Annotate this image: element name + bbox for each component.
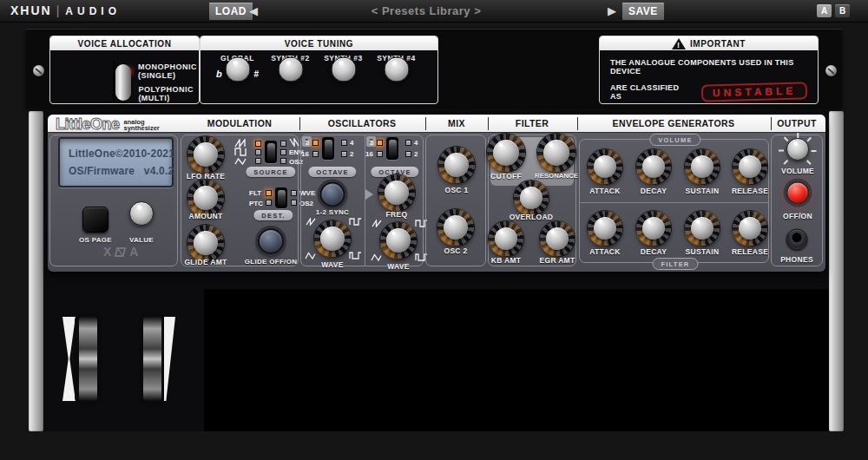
preset-slot-b-button[interactable]: B [835,4,850,17]
white-key[interactable] [773,291,801,431]
output-volume-knob[interactable] [786,138,809,161]
osc1-octave-pill: OCTAVE [308,167,356,177]
wheel-zone [43,272,219,431]
sharp-label: # [253,69,259,79]
egr-amt-knob[interactable] [540,221,575,256]
osc1-wave-label: WAVE [321,260,344,269]
value-label: VALUE [129,236,154,244]
vol-attack-knob[interactable] [588,149,622,184]
osc2-freq-knob[interactable] [378,174,415,211]
dest-led [266,200,272,206]
save-button[interactable]: SAVE [622,3,664,20]
white-key[interactable] [715,291,744,431]
flt-decay-knob[interactable] [636,211,671,246]
white-key[interactable] [289,291,318,431]
white-key[interactable] [800,291,829,431]
load-button[interactable]: LOAD [209,3,253,20]
octave-led [377,151,383,157]
power-button[interactable] [786,181,810,205]
pitch-wheel[interactable] [79,317,97,401]
flt-attack-knob[interactable] [588,211,622,246]
flt-sustain-label: SUSTAIN [686,247,720,256]
voice-rack-unit: VOICE ALLOCATION MONOPHONIC (SINGLE) POL… [26,29,842,108]
mix-osc1-knob[interactable] [438,147,475,183]
sync-button[interactable] [320,182,345,207]
screw-icon [825,65,837,76]
amount-label: AMOUNT [188,212,222,220]
flt-decay-label: DECAY [641,247,667,256]
white-key[interactable] [233,291,261,431]
white-key[interactable] [574,291,602,431]
source-led [280,149,286,155]
kb-amt-knob[interactable] [489,221,523,256]
mono-option: MONOPHONIC (SINGLE) [138,62,199,80]
preset-name[interactable]: < Presets Library > [312,4,540,17]
white-key[interactable] [403,291,431,431]
next-preset-icon[interactable]: ▶ [608,4,616,17]
osc1-wave-knob[interactable] [314,220,351,257]
overload-knob[interactable] [514,181,549,215]
source-switch[interactable] [265,141,277,163]
left-rack-ear [29,111,43,431]
triangle-wave-icon [305,252,316,260]
white-key[interactable] [659,291,687,431]
mod-wheel[interactable] [143,317,161,401]
white-key[interactable] [260,291,289,431]
resonance-knob[interactable] [537,134,575,172]
value-knob[interactable] [129,201,154,226]
octave-16-label: 16 [301,150,309,158]
mod-amount-knob[interactable] [187,180,224,216]
mix-osc1-label: OSC 1 [444,186,468,194]
flt-release-knob[interactable] [733,211,767,246]
sync-label: 1-2 SYNC [316,208,349,216]
control-panel: LittleOne analogsynthesizer MODULATION O… [48,115,825,272]
global-tune-knob[interactable] [225,57,250,82]
header-output: OUTPUT [777,118,817,128]
glide-on-off-button[interactable] [258,228,284,254]
octave-16-label: 16 [365,150,373,158]
synth2-tune-knob[interactable] [278,57,303,82]
white-key[interactable] [744,291,773,431]
white-key[interactable] [346,291,375,431]
os-page-label: OS PAGE [79,236,112,244]
important-title: IMPORTANT [690,39,746,49]
white-key[interactable] [545,291,574,431]
glide-amt-knob[interactable] [187,225,224,261]
synth3-tune-knob[interactable] [331,57,356,82]
voice-allocation-switch[interactable] [113,62,115,103]
dest-switch[interactable] [275,187,287,208]
phones-jack[interactable] [786,229,808,251]
osc1-octave-switch[interactable] [322,137,334,160]
prev-preset-icon[interactable]: ◀ [249,4,258,17]
white-key[interactable] [431,291,460,431]
mix-osc2-knob[interactable] [437,209,474,246]
white-key[interactable] [318,291,346,431]
synth4-tune-knob[interactable] [384,57,409,82]
white-key[interactable] [460,291,489,431]
flt-sustain-knob[interactable] [685,211,720,246]
white-key[interactable] [374,291,403,431]
vol-sustain-knob[interactable] [685,149,720,184]
header-mix: MIX [448,118,465,128]
white-key[interactable] [204,291,233,431]
osc2-wave-knob[interactable] [380,222,417,259]
important-line1: THE ANALOGUE COMPONENTS USED IN THIS DEV… [610,58,807,76]
white-key[interactable] [602,291,630,431]
octave-led [312,151,319,157]
octave-2-label: 2 [350,150,353,158]
vol-release-knob[interactable] [733,149,767,184]
source-led [280,158,286,164]
white-key[interactable] [630,291,659,431]
osc2-octave-switch[interactable] [386,137,398,160]
glide-onoff-label: GLIDE OFF/ON [245,258,298,266]
white-key[interactable] [516,291,545,431]
lfo-rate-knob[interactable] [187,136,224,173]
preset-slot-a-button[interactable]: A [817,4,832,17]
white-key[interactable] [687,291,715,431]
octave-led [405,140,411,146]
vol-decay-knob[interactable] [636,149,671,184]
white-key[interactable] [488,291,516,431]
octave-2-label: 2 [414,150,418,158]
cutoff-knob[interactable] [487,134,525,172]
os-page-button[interactable] [82,207,108,233]
